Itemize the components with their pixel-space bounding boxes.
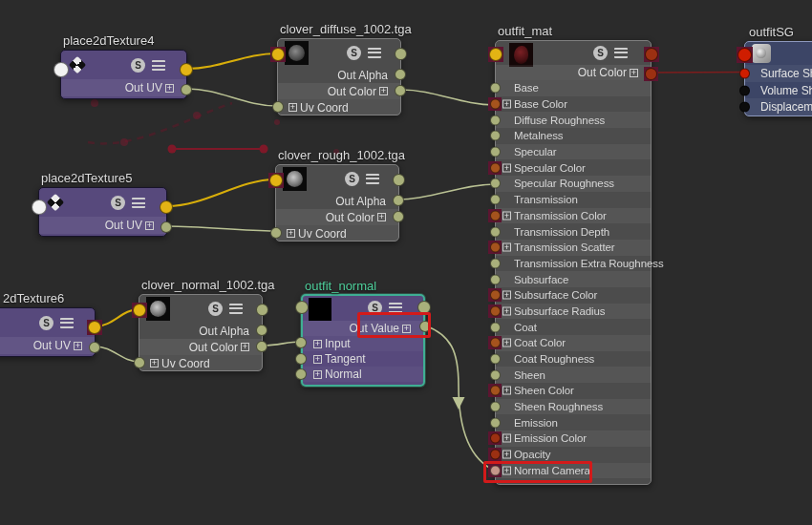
row-out-alpha[interactable]: Out Alpha [278,67,400,83]
row-out-alpha[interactable]: Out Alpha [276,193,398,209]
expand-icon[interactable] [502,339,511,347]
port-normal[interactable] [295,368,307,380]
expand-icon[interactable] [313,370,322,379]
port-dot[interactable] [490,178,501,189]
node-outfit-mat[interactable]: outfit_mat S Out Color Base [495,40,652,485]
expand-icon[interactable] [377,213,386,221]
port-main-in[interactable] [269,174,283,187]
row-uv-coord[interactable]: Uv Coord [139,355,262,371]
port-outcolor[interactable] [256,341,267,352]
node-outfit-normal[interactable]: outfit_normal S Out Value Input Tangent … [301,294,425,387]
menu-icon[interactable] [614,48,628,58]
material-input-row[interactable]: Opacity [496,447,651,463]
material-input-row[interactable]: Transmission [496,192,651,208]
menu-icon[interactable] [60,318,74,328]
port-main-out[interactable] [393,174,405,186]
row-tangent[interactable]: Tangent [303,351,423,367]
port-outuv[interactable] [160,221,172,233]
port-outalpha[interactable] [395,69,406,80]
port-dot[interactable] [490,305,501,316]
port-dot[interactable] [490,147,501,158]
port-main-in[interactable] [133,304,146,317]
port-dot[interactable] [490,242,501,253]
port-dot[interactable] [739,68,750,78]
material-input-row[interactable]: Subsurface Color [496,287,651,304]
row-out-alpha[interactable]: Out Alpha [139,323,262,339]
row-out-uv[interactable]: Out UV [39,217,166,234]
wire-p2d5-uv-to-rough-uvcoord[interactable] [167,226,275,231]
expand-icon[interactable] [313,355,322,364]
texture-thumbnail[interactable] [146,297,170,321]
row-out-color[interactable]: Out Color [278,83,400,99]
row-input[interactable]: Input [303,336,423,351]
port-main-out[interactable] [395,48,407,60]
material-input-row[interactable]: Specular [496,144,651,160]
material-input-row[interactable]: Emission [496,414,651,430]
menu-icon[interactable] [152,60,165,71]
sg-input-row[interactable]: Surface Shader [745,65,812,82]
port-outalpha[interactable] [393,195,404,206]
expand-icon[interactable] [74,342,82,350]
port-main-out[interactable] [256,304,268,316]
expand-icon[interactable] [502,306,511,315]
normalmap-thumbnail[interactable] [309,298,331,321]
port-dot[interactable] [490,433,501,444]
expand-icon[interactable] [502,291,511,300]
port-dot[interactable] [739,102,750,113]
material-input-row[interactable]: Transmission Depth [496,223,651,240]
sg-input-row[interactable]: Volume Shader [745,82,812,99]
texture-thumbnail[interactable] [283,167,307,191]
expand-icon[interactable] [502,434,511,443]
sg-input-row[interactable]: Displacement Shader [745,98,812,116]
port-main-in[interactable] [737,48,752,62]
expand-icon[interactable] [502,243,511,252]
material-input-row[interactable]: Coat [496,319,651,335]
material-input-row[interactable]: Coat Roughness [496,351,651,368]
port-outuv[interactable] [89,342,100,353]
port-dot[interactable] [490,226,501,237]
wire-p2d4-to-diffuse[interactable] [187,53,277,69]
row-uv-coord[interactable]: Uv Coord [278,99,400,116]
port-uvcoord[interactable] [134,357,145,368]
solo-badge-icon[interactable]: S [39,316,53,330]
wire-diffuse-outcolor-to-basecolor[interactable] [401,90,495,105]
port-dot[interactable] [490,195,501,205]
port-main-in[interactable] [489,48,502,61]
node-outfitsg[interactable]: outfitSG Surface Shader Volume Shader [744,41,812,116]
port-dot[interactable] [490,274,501,284]
port-tangent[interactable] [295,353,307,365]
wire-rough-outalpha-to-specroughness[interactable] [399,184,495,200]
expand-icon[interactable] [288,103,297,112]
material-input-row[interactable]: Base Color [496,96,651,113]
port-outcolor[interactable] [645,68,657,80]
row-out-uv[interactable]: Out UV [0,337,95,354]
material-input-row[interactable]: Sheen Roughness [496,399,651,415]
menu-icon[interactable] [389,303,402,313]
expand-icon[interactable] [379,87,388,95]
expand-icon[interactable] [502,211,511,220]
material-input-row[interactable]: Metalness [496,128,651,144]
row-out-uv[interactable]: Out UV [61,79,186,96]
expand-icon[interactable] [502,100,511,109]
solo-badge-icon[interactable]: S [345,172,359,186]
port-default-in[interactable] [32,200,47,215]
port-main-in[interactable] [271,48,285,61]
material-input-row[interactable]: Sheen [496,367,651,383]
node-place2dtexture4[interactable]: place2dTexture4 S Out UV [60,50,187,99]
port-main-out[interactable] [180,63,193,76]
port-dot[interactable] [490,450,501,460]
node-place2dtexture6[interactable]: 2dTexture6 S Out UV [0,307,96,357]
material-input-row[interactable]: Subsurface [496,271,651,287]
solo-badge-icon[interactable]: S [131,58,145,73]
port-default-in[interactable] [53,62,69,77]
port-uvcoord[interactable] [272,101,284,113]
node-clover-normal[interactable]: clover_normal_1002.tga S Out Alpha Out C… [139,294,263,371]
texture-thumbnail[interactable] [285,41,309,65]
expand-icon[interactable] [165,84,174,93]
node-clover-diffuse[interactable]: clover_diffuse_1002.tga S Out Alpha Out … [277,38,401,116]
node-clover-rough[interactable]: clover_rough_1002.tga S Out Alpha Out Co… [275,164,399,242]
material-input-row[interactable]: Base [496,80,651,96]
material-input-row[interactable]: Sheen Color [496,383,651,399]
port-input[interactable] [295,337,307,348]
port-uvcoord[interactable] [270,227,282,239]
